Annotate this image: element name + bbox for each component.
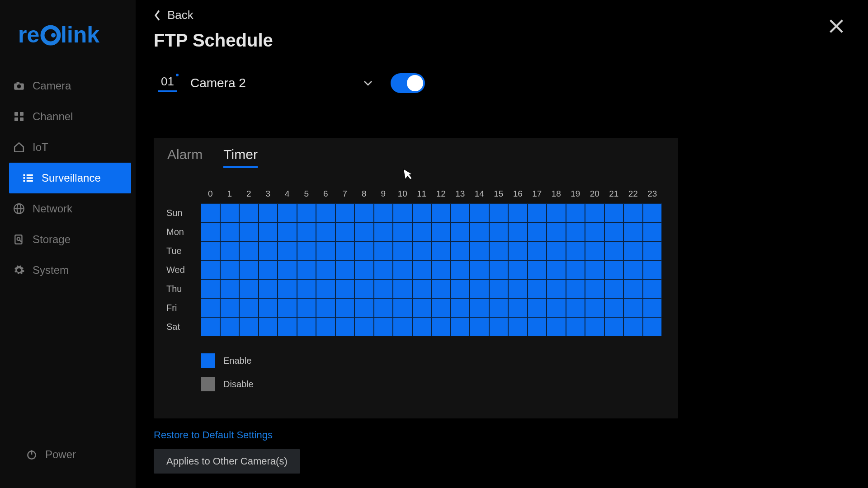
schedule-cell[interactable] xyxy=(547,279,566,298)
schedule-cell[interactable] xyxy=(489,222,509,241)
schedule-cell[interactable] xyxy=(547,298,566,317)
sidebar-item-channel[interactable]: Channel xyxy=(0,101,136,132)
schedule-cell[interactable] xyxy=(220,241,240,260)
schedule-cell[interactable] xyxy=(431,279,451,298)
schedule-cell[interactable] xyxy=(335,241,355,260)
schedule-cell[interactable] xyxy=(489,298,509,317)
schedule-cell[interactable] xyxy=(643,222,662,241)
schedule-cell[interactable] xyxy=(470,298,489,317)
schedule-cell[interactable] xyxy=(239,203,259,222)
sidebar-item-system[interactable]: System xyxy=(0,255,136,286)
sidebar-item-network[interactable]: Network xyxy=(0,193,136,224)
schedule-cell[interactable] xyxy=(259,222,278,241)
schedule-cell[interactable] xyxy=(297,241,316,260)
schedule-cell[interactable] xyxy=(220,222,240,241)
schedule-cell[interactable] xyxy=(431,317,451,336)
schedule-cell[interactable] xyxy=(297,317,316,336)
schedule-cell[interactable] xyxy=(393,260,412,279)
schedule-cell[interactable] xyxy=(239,279,259,298)
schedule-cell[interactable] xyxy=(643,298,662,317)
schedule-cell[interactable] xyxy=(316,298,335,317)
schedule-cell[interactable] xyxy=(412,203,432,222)
schedule-cell[interactable] xyxy=(604,203,624,222)
schedule-cell[interactable] xyxy=(508,260,528,279)
schedule-cell[interactable] xyxy=(585,279,604,298)
camera-dropdown[interactable]: Camera 2 xyxy=(190,76,373,90)
apply-other-cameras-button[interactable]: Applies to Other Camera(s) xyxy=(154,449,300,474)
schedule-cell[interactable] xyxy=(623,203,643,222)
schedule-cell[interactable] xyxy=(201,241,220,260)
schedule-cell[interactable] xyxy=(316,222,335,241)
schedule-cell[interactable] xyxy=(278,260,297,279)
schedule-cell[interactable] xyxy=(604,317,624,336)
schedule-cell[interactable] xyxy=(566,203,585,222)
schedule-cell[interactable] xyxy=(470,203,489,222)
schedule-cell[interactable] xyxy=(528,298,547,317)
schedule-cell[interactable] xyxy=(412,317,432,336)
schedule-cell[interactable] xyxy=(278,241,297,260)
sidebar-item-iot[interactable]: IoT xyxy=(0,132,136,163)
schedule-cell[interactable] xyxy=(393,203,412,222)
schedule-cell[interactable] xyxy=(585,317,604,336)
schedule-cell[interactable] xyxy=(489,241,509,260)
schedule-cell[interactable] xyxy=(566,298,585,317)
schedule-cell[interactable] xyxy=(374,203,393,222)
schedule-cell[interactable] xyxy=(335,260,355,279)
schedule-cell[interactable] xyxy=(585,260,604,279)
schedule-cell[interactable] xyxy=(489,317,509,336)
schedule-cell[interactable] xyxy=(297,222,316,241)
schedule-cell[interactable] xyxy=(643,279,662,298)
schedule-cell[interactable] xyxy=(393,222,412,241)
schedule-cell[interactable] xyxy=(201,260,220,279)
schedule-cell[interactable] xyxy=(354,222,374,241)
schedule-cell[interactable] xyxy=(278,222,297,241)
schedule-cell[interactable] xyxy=(643,203,662,222)
schedule-enable-toggle[interactable] xyxy=(391,73,425,93)
schedule-cell[interactable] xyxy=(278,317,297,336)
schedule-cell[interactable] xyxy=(547,260,566,279)
schedule-cell[interactable] xyxy=(297,298,316,317)
schedule-cell[interactable] xyxy=(374,260,393,279)
schedule-cell[interactable] xyxy=(239,317,259,336)
schedule-cell[interactable] xyxy=(335,222,355,241)
schedule-cell[interactable] xyxy=(239,222,259,241)
schedule-cell[interactable] xyxy=(278,203,297,222)
schedule-cell[interactable] xyxy=(623,279,643,298)
schedule-cell[interactable] xyxy=(451,260,470,279)
schedule-cell[interactable] xyxy=(220,298,240,317)
schedule-cell[interactable] xyxy=(335,279,355,298)
schedule-cell[interactable] xyxy=(393,279,412,298)
tab-timer[interactable]: Timer xyxy=(223,144,258,168)
schedule-cell[interactable] xyxy=(585,241,604,260)
schedule-cell[interactable] xyxy=(412,241,432,260)
schedule-cell[interactable] xyxy=(623,317,643,336)
sidebar-item-storage[interactable]: Storage xyxy=(0,224,136,255)
schedule-cell[interactable] xyxy=(470,241,489,260)
schedule-cell[interactable] xyxy=(220,203,240,222)
schedule-cell[interactable] xyxy=(354,317,374,336)
schedule-cell[interactable] xyxy=(508,317,528,336)
schedule-cell[interactable] xyxy=(547,222,566,241)
schedule-cell[interactable] xyxy=(623,222,643,241)
power-button[interactable]: Power xyxy=(13,439,123,470)
schedule-cell[interactable] xyxy=(374,222,393,241)
schedule-cell[interactable] xyxy=(297,260,316,279)
schedule-cell[interactable] xyxy=(201,279,220,298)
schedule-cell[interactable] xyxy=(566,222,585,241)
schedule-cell[interactable] xyxy=(604,222,624,241)
schedule-cell[interactable] xyxy=(623,298,643,317)
schedule-cell[interactable] xyxy=(412,279,432,298)
schedule-cell[interactable] xyxy=(643,317,662,336)
schedule-cell[interactable] xyxy=(297,279,316,298)
sidebar-item-camera[interactable]: Camera xyxy=(0,70,136,101)
schedule-cell[interactable] xyxy=(393,317,412,336)
schedule-cell[interactable] xyxy=(451,203,470,222)
schedule-cell[interactable] xyxy=(259,260,278,279)
schedule-cell[interactable] xyxy=(643,241,662,260)
schedule-cell[interactable] xyxy=(489,260,509,279)
schedule-cell[interactable] xyxy=(278,298,297,317)
schedule-cell[interactable] xyxy=(547,317,566,336)
schedule-cell[interactable] xyxy=(508,203,528,222)
schedule-cell[interactable] xyxy=(451,298,470,317)
schedule-cell[interactable] xyxy=(451,241,470,260)
